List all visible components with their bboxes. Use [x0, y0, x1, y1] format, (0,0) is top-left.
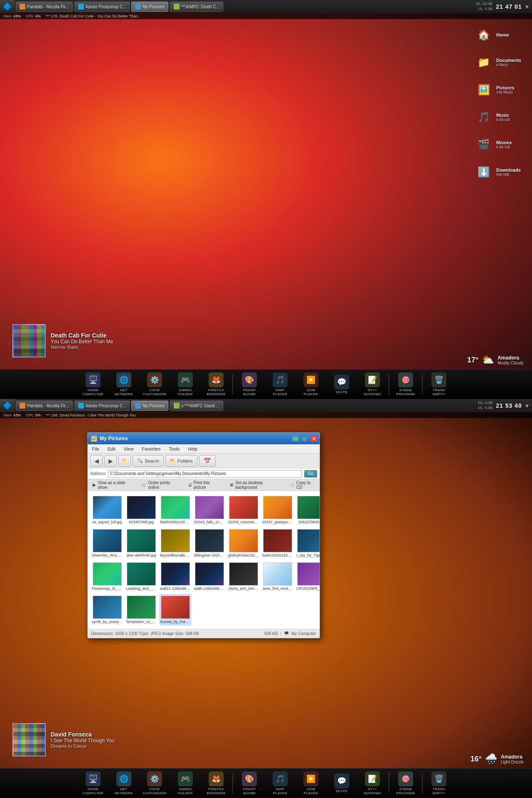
- fm-search-button[interactable]: 🔍 Search: [133, 455, 164, 467]
- dock-home-top[interactable]: 🖥️ HOMECOMPUTER: [79, 371, 108, 398]
- task-photoshop2[interactable]: Adobe Photoshop C...: [74, 401, 130, 411]
- fm-task-cd-label: Copy to CD: [296, 480, 315, 490]
- fm-file-4[interactable]: 01539_mountainline_1...: [227, 494, 260, 526]
- dock-skype-top[interactable]: 💬 SKYPE: [327, 373, 356, 396]
- dock-home-bottom[interactable]: 🖥️ HOMECOMPUTER: [79, 770, 108, 797]
- dock-gom-top[interactable]: ▶️ GOMPLAYER: [296, 371, 325, 398]
- fm-file-5[interactable]: 01537_grassysunset_...: [261, 494, 294, 526]
- dock-games-top[interactable]: 🎮 GAMESFOLDER: [171, 371, 200, 398]
- fm-file-15[interactable]: Ladybug_and_Chamel...: [125, 561, 158, 592]
- fm-file-6[interactable]: 2062270643.jpg: [296, 494, 320, 526]
- fm-folders-button[interactable]: 📂 Folders: [165, 455, 197, 467]
- desktop-icon-music-top[interactable]: 🎵 Music 6.66 GB: [473, 107, 524, 127]
- fm-file-18[interactable]: Alpha_and_Omega_3_...: [227, 561, 260, 592]
- fm-file-23[interactable]: Sunset_by_Futurisk.jpg: [159, 594, 192, 626]
- dock-pshop-top[interactable]: 🎨 PSHOPADOBE: [235, 371, 264, 398]
- fm-file-10[interactable]: fallingstar-1920x1204...: [193, 527, 226, 559]
- fm-task-cd[interactable]: 💿 Copy to CD: [287, 480, 317, 490]
- documents-icon-top: 📁: [475, 54, 492, 71]
- fm-file-17[interactable]: wal8-1280x960.jpg: [193, 561, 226, 592]
- dock-firefox-bottom[interactable]: 🦊 FIREFOXBROWSER: [202, 770, 231, 797]
- dock-aimp-bottom[interactable]: 🎵 AIMPPLAYER: [266, 770, 295, 797]
- desktop-icon-home-top[interactable]: 🏠 Home: [473, 25, 524, 45]
- task-aimp1[interactable]: ***AIMP2: Death C...: [170, 2, 223, 12]
- fm-path-text: C:\Documents and Settings\greven\My Docu…: [110, 471, 227, 476]
- fm-forward-button[interactable]: ▶: [104, 455, 117, 467]
- fm-file-13[interactable]: I_spy_by_Tiger_I.jpg: [296, 527, 320, 559]
- dock-trash-bottom[interactable]: 🗑️ TRASHEMPTY: [424, 770, 453, 797]
- fm-file-19[interactable]: June_first_render_by...: [261, 561, 294, 592]
- task-firefox1[interactable]: Paintbits - Mozilla Fir...: [16, 2, 73, 12]
- fm-file-16[interactable]: wall11-1280x960.jpg: [159, 561, 192, 592]
- task-mypictures1[interactable]: My Pictures: [131, 2, 168, 12]
- fm-file-8[interactable]: aker-aitehhnfc.jpg: [125, 527, 158, 559]
- fm-address-path[interactable]: C:\Documents and Settings\greven\My Docu…: [108, 470, 302, 478]
- fm-task-slideshow[interactable]: ▶ View as a slide show: [90, 480, 134, 490]
- dock-notepad-label-bottom: NT++NOTEPAD: [364, 787, 381, 795]
- fm-file-1[interactable]: 623457998.jpg: [125, 494, 158, 526]
- fm-menu-view[interactable]: View: [121, 446, 136, 452]
- desktop-icon-pictures-top[interactable]: 🖼️ Pictures 239 file(s): [473, 80, 524, 100]
- task-aimp2[interactable]: u ***AIMP2: David ...: [170, 401, 223, 411]
- dock-net-top[interactable]: 🌐 NETNETWORK: [109, 371, 138, 398]
- fm-file-11[interactable]: globophobia1920x120...: [227, 527, 260, 559]
- fm-maximize-button[interactable]: □: [301, 436, 308, 441]
- music-label-top: Music: [496, 113, 510, 118]
- heart-icon-top[interactable]: ♥: [525, 3, 529, 10]
- fm-task-print[interactable]: 🖨 Print this picture: [185, 480, 222, 490]
- task-mypictures2[interactable]: My Pictures: [131, 401, 168, 411]
- fm-minimize-button[interactable]: —: [292, 436, 299, 441]
- fm-views-button[interactable]: 📅: [199, 455, 216, 467]
- dock-notepad-bottom[interactable]: 📝 NT++NOTEPAD: [358, 770, 387, 797]
- desktop-icon-movies-top[interactable]: 🎬 Movies 4.95 GB: [473, 135, 524, 155]
- dock-skype-bottom[interactable]: 💬 SKYPE: [327, 772, 356, 795]
- dock-aimp-top[interactable]: 🎵 AIMPPLAYER: [266, 371, 295, 398]
- fm-file-9[interactable]: beyondthevalley1920...: [159, 527, 192, 559]
- fm-menu-edit[interactable]: Edit: [105, 446, 118, 452]
- fm-file-12[interactable]: kaein1920x1200ios.jpg: [261, 527, 294, 559]
- fm-task-wallpaper[interactable]: 🖥 Set as desktop background: [227, 480, 282, 490]
- fm-go-button[interactable]: Go: [304, 470, 317, 478]
- fm-file-21[interactable]: synth_by_azazyl.jpg: [91, 594, 123, 626]
- desktop-icon-documents-top[interactable]: 📁 Documents 4 file(s): [473, 52, 524, 72]
- fm-task-order[interactable]: 🛒 Order prints online: [139, 480, 180, 490]
- dock-skype-icon-top: 💬: [334, 374, 349, 389]
- dock-pshop-bottom[interactable]: 🎨 PSHOPADOBE: [235, 770, 264, 797]
- dock-games-bottom[interactable]: 🎮 GAMESFOLDER: [171, 770, 200, 797]
- fm-menu-favorites[interactable]: Favorites: [139, 446, 163, 452]
- dock-net-bottom[interactable]: 🌐 NETNETWORK: [109, 770, 138, 797]
- heart-icon-bottom[interactable]: ♥: [525, 402, 529, 409]
- start-button-top[interactable]: [0, 0, 15, 13]
- fm-menu-file[interactable]: File: [89, 446, 102, 452]
- fm-thumb-13: [297, 529, 320, 552]
- dock-trash-icon-top: 🗑️: [431, 372, 446, 387]
- fm-thumb-3: [195, 496, 224, 519]
- dock-cstm-top[interactable]: ⚙️ CSTMCUSTOMIZER: [140, 371, 169, 398]
- fm-file-3[interactable]: 01543_falls_1280x96...: [193, 494, 226, 526]
- fm-close-button[interactable]: ✕: [310, 436, 317, 441]
- fm-file-20[interactable]: CRUSADER_by_videa...: [296, 561, 320, 592]
- fm-file-22[interactable]: Temptation_v2_wallpa...: [125, 594, 158, 626]
- desktop-icon-downloads-top[interactable]: ⬇️ Downloads 580 MB: [473, 162, 524, 182]
- task-photoshop1[interactable]: Adobe Photoshop C...: [74, 2, 130, 12]
- task-firefox2[interactable]: Paintbits - Mozilla Fir...: [16, 401, 73, 411]
- fm-file-2[interactable]: lily601600x1200.jpg: [159, 494, 192, 526]
- fm-back-button[interactable]: ◀: [90, 455, 103, 467]
- dock-steam-top[interactable]: 🎯 STEAMPROGRAM: [391, 371, 420, 398]
- dock-steam-bottom[interactable]: 🎯 STEAMPROGRAM: [391, 770, 420, 797]
- dock-notepad-top[interactable]: 📝 NT++NOTEPAD: [358, 371, 387, 398]
- fm-menu-help[interactable]: Help: [185, 446, 200, 452]
- weather-city-top: Amadora: [498, 355, 524, 361]
- fm-menu-tools[interactable]: Tools: [167, 446, 182, 452]
- dock-cstm-bottom[interactable]: ⚙️ CSTMCUSTOMIZER: [140, 770, 169, 797]
- dock-firefox-label-bottom: FIREFOXBROWSER: [207, 787, 226, 795]
- start-button-bottom[interactable]: [0, 399, 15, 412]
- fm-file-14[interactable]: Flowerings_III_by_lov...: [91, 561, 123, 592]
- fm-up-button[interactable]: 📁: [118, 455, 131, 467]
- fm-file-7[interactable]: Gleamies_WALLPAPER...: [91, 527, 123, 559]
- dock-trash-top[interactable]: 🗑️ TRASHEMPTY: [424, 371, 453, 398]
- dock-gom-bottom[interactable]: ▶️ GOMPLAYER: [296, 770, 325, 797]
- dock-firefox-top[interactable]: 🦊 FIREFOXBROWSER: [202, 371, 231, 398]
- fm-file-0[interactable]: ss_signs2_full.jpg: [91, 494, 123, 526]
- fm-filename-15: Ladybug_and_Chamel...: [126, 586, 157, 591]
